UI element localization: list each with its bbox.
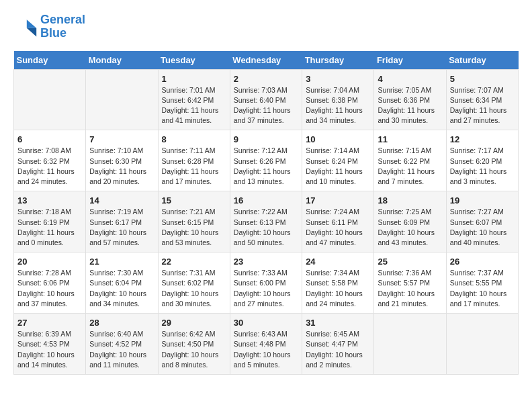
- day-number: 20: [17, 257, 82, 267]
- day-info: Sunrise: 6:42 AM Sunset: 4:50 PM Dayligh…: [162, 329, 226, 370]
- day-number: 4: [378, 74, 442, 84]
- day-info: Sunrise: 7:34 AM Sunset: 5:58 PM Dayligh…: [306, 268, 370, 309]
- day-number: 12: [450, 134, 515, 144]
- calendar-cell: 25Sunrise: 7:36 AM Sunset: 5:57 PM Dayli…: [374, 253, 446, 314]
- day-number: 29: [162, 318, 226, 328]
- day-info: Sunrise: 7:05 AM Sunset: 6:36 PM Dayligh…: [378, 85, 442, 126]
- calendar-cell: 31Sunrise: 6:45 AM Sunset: 4:47 PM Dayli…: [302, 314, 374, 375]
- calendar-cell: 4Sunrise: 7:05 AM Sunset: 6:36 PM Daylig…: [374, 69, 446, 130]
- day-number: 28: [89, 318, 154, 328]
- calendar-week-row: 6Sunrise: 7:08 AM Sunset: 6:32 PM Daylig…: [14, 130, 519, 191]
- day-info: Sunrise: 7:22 AM Sunset: 6:13 PM Dayligh…: [234, 207, 298, 248]
- day-info: Sunrise: 7:31 AM Sunset: 6:02 PM Dayligh…: [162, 268, 226, 309]
- calendar-cell: 14Sunrise: 7:19 AM Sunset: 6:17 PM Dayli…: [86, 191, 158, 253]
- day-number: 24: [306, 257, 370, 267]
- calendar-cell: 24Sunrise: 7:34 AM Sunset: 5:58 PM Dayli…: [302, 253, 374, 314]
- calendar-cell: 16Sunrise: 7:22 AM Sunset: 6:13 PM Dayli…: [230, 191, 302, 253]
- calendar-cell: 2Sunrise: 7:03 AM Sunset: 6:40 PM Daylig…: [230, 69, 302, 130]
- svg-marker-0: [27, 19, 36, 28]
- calendar-cell: 26Sunrise: 7:37 AM Sunset: 5:55 PM Dayli…: [446, 253, 518, 314]
- logo: General Blue: [13, 13, 85, 40]
- calendar-cell: 23Sunrise: 7:33 AM Sunset: 6:00 PM Dayli…: [230, 253, 302, 314]
- day-number: 19: [450, 195, 515, 205]
- day-info: Sunrise: 7:30 AM Sunset: 6:04 PM Dayligh…: [89, 268, 154, 309]
- day-number: 5: [450, 74, 515, 84]
- day-info: Sunrise: 7:24 AM Sunset: 6:11 PM Dayligh…: [306, 207, 370, 248]
- calendar-week-row: 20Sunrise: 7:28 AM Sunset: 6:06 PM Dayli…: [14, 253, 519, 314]
- calendar-week-row: 1Sunrise: 7:01 AM Sunset: 6:42 PM Daylig…: [14, 69, 519, 130]
- weekday-header-tuesday: Tuesday: [158, 51, 230, 70]
- calendar-cell: 21Sunrise: 7:30 AM Sunset: 6:04 PM Dayli…: [86, 253, 158, 314]
- day-number: 16: [234, 195, 298, 205]
- calendar-cell: 13Sunrise: 7:18 AM Sunset: 6:19 PM Dayli…: [14, 191, 86, 253]
- day-info: Sunrise: 7:21 AM Sunset: 6:15 PM Dayligh…: [162, 207, 226, 248]
- calendar-week-row: 13Sunrise: 7:18 AM Sunset: 6:19 PM Dayli…: [14, 191, 519, 253]
- day-number: 26: [450, 257, 515, 267]
- day-info: Sunrise: 7:17 AM Sunset: 6:20 PM Dayligh…: [450, 146, 515, 187]
- day-number: 7: [89, 134, 154, 144]
- day-number: 8: [162, 134, 226, 144]
- calendar-cell: 17Sunrise: 7:24 AM Sunset: 6:11 PM Dayli…: [302, 191, 374, 253]
- weekday-header-thursday: Thursday: [302, 51, 374, 70]
- day-info: Sunrise: 7:10 AM Sunset: 6:30 PM Dayligh…: [89, 146, 154, 187]
- calendar-cell: 29Sunrise: 6:42 AM Sunset: 4:50 PM Dayli…: [158, 314, 230, 375]
- day-number: 3: [306, 74, 370, 84]
- calendar-cell: [14, 69, 86, 130]
- calendar-cell: 8Sunrise: 7:11 AM Sunset: 6:28 PM Daylig…: [158, 130, 230, 191]
- day-number: 30: [234, 318, 298, 328]
- weekday-header-friday: Friday: [374, 51, 446, 70]
- day-info: Sunrise: 7:03 AM Sunset: 6:40 PM Dayligh…: [234, 85, 298, 126]
- day-number: 17: [306, 195, 370, 205]
- day-info: Sunrise: 7:15 AM Sunset: 6:22 PM Dayligh…: [378, 146, 442, 187]
- calendar-cell: [446, 314, 518, 375]
- calendar-cell: 3Sunrise: 7:04 AM Sunset: 6:38 PM Daylig…: [302, 69, 374, 130]
- day-number: 14: [89, 195, 154, 205]
- calendar-cell: 20Sunrise: 7:28 AM Sunset: 6:06 PM Dayli…: [14, 253, 86, 314]
- day-number: 22: [162, 257, 226, 267]
- day-number: 31: [306, 318, 370, 328]
- calendar-cell: 27Sunrise: 6:39 AM Sunset: 4:53 PM Dayli…: [14, 314, 86, 375]
- calendar-cell: 7Sunrise: 7:10 AM Sunset: 6:30 PM Daylig…: [86, 130, 158, 191]
- day-info: Sunrise: 7:33 AM Sunset: 6:00 PM Dayligh…: [234, 268, 298, 309]
- day-info: Sunrise: 7:04 AM Sunset: 6:38 PM Dayligh…: [306, 85, 370, 126]
- calendar-cell: 5Sunrise: 7:07 AM Sunset: 6:34 PM Daylig…: [446, 69, 518, 130]
- calendar-cell: [374, 314, 446, 375]
- calendar-cell: [86, 69, 158, 130]
- day-info: Sunrise: 7:28 AM Sunset: 6:06 PM Dayligh…: [17, 268, 82, 309]
- weekday-header-wednesday: Wednesday: [230, 51, 302, 70]
- calendar-cell: 10Sunrise: 7:14 AM Sunset: 6:24 PM Dayli…: [302, 130, 374, 191]
- day-number: 25: [378, 257, 442, 267]
- day-info: Sunrise: 7:27 AM Sunset: 6:07 PM Dayligh…: [450, 207, 515, 248]
- day-info: Sunrise: 6:43 AM Sunset: 4:48 PM Dayligh…: [234, 329, 298, 370]
- calendar-cell: 30Sunrise: 6:43 AM Sunset: 4:48 PM Dayli…: [230, 314, 302, 375]
- day-info: Sunrise: 6:39 AM Sunset: 4:53 PM Dayligh…: [17, 329, 82, 370]
- day-number: 23: [234, 257, 298, 267]
- day-info: Sunrise: 7:01 AM Sunset: 6:42 PM Dayligh…: [162, 85, 226, 126]
- logo-icon: [13, 15, 38, 39]
- calendar-cell: 19Sunrise: 7:27 AM Sunset: 6:07 PM Dayli…: [446, 191, 518, 253]
- weekday-header-sunday: Sunday: [14, 51, 86, 70]
- day-info: Sunrise: 7:37 AM Sunset: 5:55 PM Dayligh…: [450, 268, 515, 309]
- day-info: Sunrise: 7:14 AM Sunset: 6:24 PM Dayligh…: [306, 146, 370, 187]
- logo-text: General Blue: [40, 13, 85, 40]
- day-info: Sunrise: 7:07 AM Sunset: 6:34 PM Dayligh…: [450, 85, 515, 126]
- weekday-header-saturday: Saturday: [446, 51, 518, 70]
- day-number: 1: [162, 74, 226, 84]
- calendar-cell: 12Sunrise: 7:17 AM Sunset: 6:20 PM Dayli…: [446, 130, 518, 191]
- day-number: 27: [17, 318, 82, 328]
- day-number: 9: [234, 134, 298, 144]
- calendar-cell: 9Sunrise: 7:12 AM Sunset: 6:26 PM Daylig…: [230, 130, 302, 191]
- day-info: Sunrise: 6:40 AM Sunset: 4:52 PM Dayligh…: [89, 329, 154, 370]
- day-info: Sunrise: 7:25 AM Sunset: 6:09 PM Dayligh…: [378, 207, 442, 248]
- day-info: Sunrise: 7:36 AM Sunset: 5:57 PM Dayligh…: [378, 268, 442, 309]
- day-number: 11: [378, 134, 442, 144]
- weekday-header-monday: Monday: [86, 51, 158, 70]
- day-info: Sunrise: 7:11 AM Sunset: 6:28 PM Dayligh…: [162, 146, 226, 187]
- calendar-cell: 6Sunrise: 7:08 AM Sunset: 6:32 PM Daylig…: [14, 130, 86, 191]
- day-number: 6: [17, 134, 82, 144]
- calendar-cell: 11Sunrise: 7:15 AM Sunset: 6:22 PM Dayli…: [374, 130, 446, 191]
- calendar-cell: 15Sunrise: 7:21 AM Sunset: 6:15 PM Dayli…: [158, 191, 230, 253]
- calendar-table: SundayMondayTuesdayWednesdayThursdayFrid…: [13, 51, 519, 375]
- day-info: Sunrise: 7:12 AM Sunset: 6:26 PM Dayligh…: [234, 146, 298, 187]
- day-number: 21: [89, 257, 154, 267]
